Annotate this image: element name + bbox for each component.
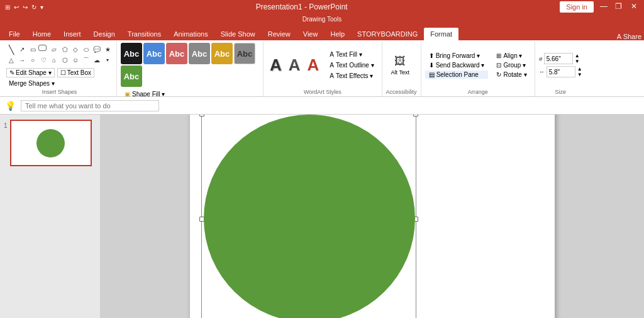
wordart-styles-label: WordArt Styles bbox=[267, 88, 378, 95]
size-content: ⌀ ▲▼ ↔ ▲▼ bbox=[539, 43, 582, 88]
height-label: ⌀ bbox=[539, 55, 542, 62]
sign-in-button[interactable]: Sign in bbox=[560, 1, 594, 13]
ribbon: ╲ ↗ ▭ ▱ ⬠ ◇ ⬭ 💬 ★ △ → ○ ♡ ⌂ ⬡ bbox=[0, 40, 644, 97]
selection-pane-btn[interactable]: ▤ Selection Pane bbox=[425, 71, 489, 79]
send-backward-icon: ⬇ bbox=[429, 62, 434, 69]
text-box-btn[interactable]: ☐ Text Box bbox=[57, 68, 94, 77]
wordart-a3[interactable]: A bbox=[305, 54, 322, 76]
window-controls: Sign in — ❐ ✕ bbox=[560, 1, 639, 13]
slide-panel: 1 bbox=[0, 115, 101, 318]
search-input[interactable] bbox=[25, 102, 138, 110]
tab-animations[interactable]: Animations bbox=[167, 28, 214, 40]
accessibility-content: 🖼 Alt Text bbox=[386, 43, 417, 88]
slide-canvas: ↻ bbox=[190, 115, 555, 318]
shape-styles-content: Abc Abc Abc Abc Abc Abc Abc ▣ Shape Fill… bbox=[121, 43, 259, 97]
close-button[interactable]: ✕ bbox=[629, 1, 639, 11]
swatch-dark[interactable]: Abc bbox=[121, 43, 142, 64]
shape-line[interactable]: ╲ bbox=[6, 45, 16, 55]
search-bar: 💡 bbox=[0, 97, 644, 115]
shape-rounded-rect[interactable] bbox=[38, 45, 47, 51]
shape-hexagon[interactable]: ⬡ bbox=[60, 55, 70, 65]
shape-right-arrow[interactable]: → bbox=[17, 55, 27, 65]
restore-button[interactable]: ❐ bbox=[614, 1, 624, 11]
height-input[interactable] bbox=[544, 53, 573, 64]
shape-rect[interactable]: ▭ bbox=[28, 45, 38, 55]
tab-review[interactable]: Review bbox=[262, 28, 297, 40]
shape-star[interactable]: ★ bbox=[103, 45, 113, 55]
tab-transitions[interactable]: Transitions bbox=[121, 28, 167, 40]
tab-slideshow[interactable]: Slide Show bbox=[214, 28, 262, 40]
shape-trapezoid[interactable]: ⌂ bbox=[49, 55, 59, 65]
edit-shape-btn[interactable]: ✎ Edit Shape ▾ bbox=[6, 68, 55, 77]
window-title: Presentation1 - PowerPoint bbox=[256, 3, 348, 11]
ribbon-tabs: File Home Insert Design Transitions Anim… bbox=[0, 24, 644, 40]
circle-shape[interactable] bbox=[204, 115, 415, 318]
slide-thumb-container: 1 bbox=[4, 120, 96, 166]
shape-arrow[interactable]: ↗ bbox=[17, 45, 27, 55]
swatch-red[interactable]: Abc bbox=[166, 43, 187, 64]
tab-help[interactable]: Help bbox=[324, 28, 351, 40]
shape-smiley[interactable]: ☺ bbox=[70, 55, 80, 65]
shape-cylinder[interactable]: ⬭ bbox=[81, 45, 91, 55]
swatch-yellow[interactable]: Abc bbox=[211, 43, 233, 64]
shape-pentagon[interactable]: ⬠ bbox=[60, 45, 70, 55]
shape-triangle[interactable]: △ bbox=[6, 55, 16, 65]
tab-home[interactable]: Home bbox=[26, 28, 57, 40]
arrange-group: ⬆ Bring Forward ▾ ⬇ Send Backward ▾ ▤ Se… bbox=[421, 42, 535, 96]
alt-text-btn[interactable]: 🖼 Alt Text bbox=[386, 52, 414, 78]
text-box-icon: ☐ bbox=[60, 69, 66, 76]
shape-heart[interactable]: ♡ bbox=[38, 55, 48, 65]
shape-more[interactable]: ▾ bbox=[103, 55, 113, 65]
lightbulb-icon: 💡 bbox=[5, 101, 16, 111]
tab-storyboarding[interactable]: STORYBOARDING bbox=[351, 28, 424, 40]
share-label[interactable]: A Share bbox=[617, 33, 641, 40]
search-box[interactable] bbox=[21, 100, 159, 111]
minimize-button[interactable]: — bbox=[599, 1, 609, 11]
tab-format[interactable]: Format bbox=[424, 28, 458, 40]
tab-insert[interactable]: Insert bbox=[57, 28, 87, 40]
tab-view[interactable]: View bbox=[297, 28, 325, 40]
wordart-styles-group: A A A A Text Fill ▾ A Text Outline ▾ A T… bbox=[264, 42, 382, 96]
tab-file[interactable]: File bbox=[3, 28, 26, 40]
shape-parallelogram[interactable]: ▱ bbox=[49, 45, 59, 55]
slide-number: 1 bbox=[4, 122, 8, 129]
redo-btn[interactable]: ↪ bbox=[23, 4, 28, 11]
shape-fill-btn[interactable]: ▣ Shape Fill ▾ bbox=[121, 89, 259, 97]
text-effects-btn[interactable]: A Text Effects ▾ bbox=[326, 71, 377, 81]
text-fill-btn[interactable]: A Text Fill ▾ bbox=[326, 50, 377, 59]
edit-shape-icon: ✎ bbox=[9, 69, 14, 76]
width-input[interactable] bbox=[547, 66, 575, 77]
shape-arc[interactable]: ⌒ bbox=[81, 55, 91, 65]
customize-btn[interactable]: ▾ bbox=[40, 4, 43, 11]
text-outline-btn[interactable]: A Text Outline ▾ bbox=[326, 60, 377, 70]
shape-styles-group: Abc Abc Abc Abc Abc Abc Abc ▣ Shape Fill… bbox=[117, 42, 264, 96]
rotate-icon: ↻ bbox=[496, 71, 501, 78]
undo-btn[interactable]: ↩ bbox=[14, 4, 19, 11]
shapes-grid: ╲ ↗ ▭ ▱ ⬠ ◇ ⬭ 💬 ★ △ → ○ ♡ ⌂ ⬡ bbox=[6, 45, 113, 65]
shape-cloud[interactable]: ☁ bbox=[92, 55, 102, 65]
shape-diamond[interactable]: ◇ bbox=[70, 45, 80, 55]
refresh-btn[interactable]: ↻ bbox=[31, 4, 36, 11]
align-btn[interactable]: ⊞ Align ▾ bbox=[492, 52, 530, 60]
slide-thumbnail-1[interactable] bbox=[10, 120, 92, 166]
swatch-green[interactable]: Abc bbox=[121, 65, 142, 87]
swatch-gray[interactable]: Abc bbox=[189, 43, 210, 64]
wordart-a1[interactable]: A bbox=[267, 54, 284, 76]
width-spinner-up[interactable]: ▲▼ bbox=[577, 66, 582, 77]
rotate-btn[interactable]: ↻ Rotate ▾ bbox=[492, 71, 530, 79]
swatch-blue[interactable]: Abc bbox=[143, 43, 165, 64]
canvas-area[interactable]: ↻ bbox=[101, 115, 644, 318]
bring-forward-btn[interactable]: ⬆ Bring Forward ▾ bbox=[425, 52, 489, 60]
shape-callout[interactable]: 💬 bbox=[92, 45, 102, 55]
shape-oval[interactable]: ○ bbox=[28, 55, 38, 65]
merge-shapes-btn[interactable]: Merge Shapes ▾ bbox=[6, 79, 57, 88]
height-row: ⌀ ▲▼ bbox=[539, 53, 582, 64]
slide-thumb-inner bbox=[11, 121, 91, 165]
swatch-gray2[interactable]: Abc bbox=[234, 43, 255, 64]
send-backward-btn[interactable]: ⬇ Send Backward ▾ bbox=[425, 61, 489, 69]
group-btn[interactable]: ⊡ Group ▾ bbox=[492, 61, 530, 69]
tab-design[interactable]: Design bbox=[87, 28, 121, 40]
wordart-a2[interactable]: A bbox=[286, 54, 303, 76]
height-spinner-up[interactable]: ▲▼ bbox=[575, 53, 580, 64]
group-icon: ⊡ bbox=[496, 62, 501, 69]
